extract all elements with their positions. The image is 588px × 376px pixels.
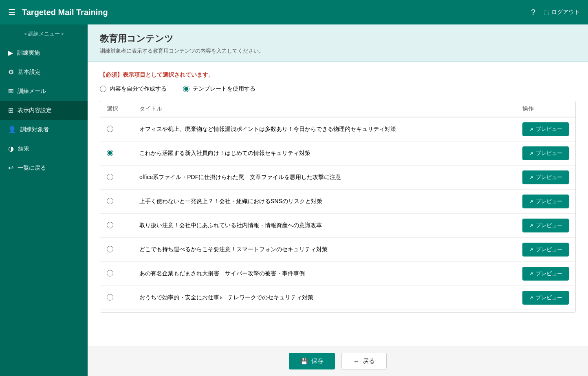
people-icon: 👤: [8, 126, 16, 133]
save-button[interactable]: 💾 保存: [289, 353, 335, 369]
row-radio-3[interactable]: [107, 174, 113, 180]
row-title: 最新！これを抑えれば何とかなる！情報セキュリティ10大脅威2023（組織編）: [133, 310, 516, 313]
logout-icon: ⬚: [544, 9, 549, 15]
sidebar-item-results[interactable]: ◑ 結果: [0, 139, 88, 158]
external-link-icon: ↗: [529, 150, 533, 157]
required-notice: 【必須】表示項目として選択されています。: [100, 71, 576, 79]
mail-icon: ✉: [8, 87, 13, 95]
content-table: 選択 タイトル 操作 オフィスや机上、廃棄物など情報漏洩ポイントは多数あり！今日…: [100, 101, 575, 313]
external-link-icon: ↗: [529, 247, 533, 253]
preview-button-4[interactable]: ↗プレビュー: [522, 195, 569, 208]
play-icon: ▶: [8, 49, 13, 57]
preview-button-8[interactable]: ↗プレビュー: [522, 291, 569, 305]
row-radio-2[interactable]: [107, 150, 113, 156]
logout-label: ログアウト: [551, 9, 580, 16]
header: ☰ Targeted Mail Training ? ⬚ ログアウト: [0, 0, 588, 24]
row-title: おうちで効率的・安全にお仕事♪ テレワークでのセキュリティ対策: [133, 286, 516, 310]
back-button[interactable]: ← 戻る: [341, 353, 387, 369]
display-icon: ⊞: [8, 106, 13, 114]
sidebar-item-training-label: 訓練実施: [17, 49, 40, 57]
table-row: あの有名企業もだまされ大損害 サイバー攻撃の被害・事件事例↗プレビュー: [100, 262, 575, 286]
col-header-action: 操作: [516, 101, 575, 117]
col-header-title: タイトル: [133, 101, 516, 117]
sidebar-item-settings[interactable]: ⚙ 基本設定: [0, 62, 88, 82]
sidebar-menu-label: ＜訓練メニュー＞: [0, 24, 88, 43]
table-row: オフィスや机上、廃棄物など情報漏洩ポイントは多数あり！今日からできる物理的セキュ…: [100, 117, 575, 142]
row-title: これから活躍する新入社員向け！はじめての情報セキュリティ対策: [133, 142, 516, 166]
external-link-icon: ↗: [529, 223, 533, 229]
row-title: どこでも持ち運べるからこそ要注意！スマートフォンのセキュリティ対策: [133, 238, 516, 262]
row-radio-5[interactable]: [107, 222, 113, 228]
radio-template-label: テンプレートを使用する: [193, 85, 255, 93]
row-title: あの有名企業もだまされ大損害 サイバー攻撃の被害・事件事例: [133, 262, 516, 286]
radio-custom[interactable]: [100, 86, 106, 92]
sidebar-item-back[interactable]: ↩ 一覧に戻る: [0, 158, 88, 177]
radio-template[interactable]: [183, 86, 189, 92]
table-row: 最新！これを抑えれば何とかなる！情報セキュリティ10大脅威2023（組織編）↗プ…: [100, 310, 575, 313]
preview-button-3[interactable]: ↗プレビュー: [522, 170, 569, 184]
content-area: 【必須】表示項目として選択されています。 内容を自分で作成する テンプレートを使…: [88, 62, 588, 346]
col-header-select: 選択: [100, 101, 133, 117]
row-radio-1[interactable]: [107, 126, 113, 132]
table-row: これから活躍する新入社員向け！はじめての情報セキュリティ対策↗プレビュー: [100, 142, 575, 166]
preview-button-1[interactable]: ↗プレビュー: [522, 122, 569, 136]
footer: 💾 保存 ← 戻る: [88, 346, 588, 376]
page-title: 教育用コンテンツ: [100, 33, 576, 45]
sidebar-item-back-label: 一覧に戻る: [18, 164, 46, 172]
sidebar-item-targets[interactable]: 👤 訓練対象者: [0, 120, 88, 139]
row-title: 上手く使わないと一発炎上？！会社・組織におけるSNSのリスクと対策: [133, 190, 516, 214]
main: 教育用コンテンツ 訓練対象者に表示する教育用コンテンツの内容を入力してください。…: [88, 24, 588, 376]
chart-icon: ◑: [8, 145, 14, 153]
external-link-icon: ↗: [529, 295, 533, 301]
content-table-wrapper: 選択 タイトル 操作 オフィスや机上、廃棄物など情報漏洩ポイントは多数あり！今日…: [100, 101, 576, 313]
sidebar-item-display-label: 表示内容設定: [18, 107, 52, 114]
sidebar: ＜訓練メニュー＞ ▶ 訓練実施 ⚙ 基本設定 ✉ 訓練メール ⊞ 表示内容設定 …: [0, 24, 88, 376]
app-title: Targeted Mail Training: [22, 8, 531, 17]
back-arrow-icon: ←: [353, 358, 359, 365]
row-radio-4[interactable]: [107, 198, 113, 204]
preview-button-2[interactable]: ↗プレビュー: [522, 146, 569, 160]
page-header: 教育用コンテンツ 訓練対象者に表示する教育用コンテンツの内容を入力してください。: [88, 24, 588, 62]
sidebar-item-mail[interactable]: ✉ 訓練メール: [0, 82, 88, 101]
sidebar-item-settings-label: 基本設定: [18, 69, 41, 76]
table-row: 取り扱い注意！会社中にあふれている社内情報・情報資産への意識改革↗プレビュー: [100, 214, 575, 238]
radio-custom-label: 内容を自分で作成する: [110, 85, 167, 93]
back-label: 戻る: [363, 357, 375, 365]
row-title: office系ファイル・PDFに仕掛けられた罠 文章ファイルを悪用した攻撃に注意: [133, 166, 516, 190]
row-title: 取り扱い注意！会社中にあふれている社内情報・情報資産への意識改革: [133, 214, 516, 238]
back-icon: ↩: [8, 164, 13, 172]
preview-button-6[interactable]: ↗プレビュー: [522, 243, 569, 257]
sidebar-item-training[interactable]: ▶ 訓練実施: [0, 43, 88, 62]
row-radio-7[interactable]: [107, 270, 113, 276]
external-link-icon: ↗: [529, 271, 533, 277]
external-link-icon: ↗: [529, 175, 533, 181]
save-icon: 💾: [300, 358, 308, 365]
sidebar-item-display[interactable]: ⊞ 表示内容設定: [0, 101, 88, 120]
radio-option-template[interactable]: テンプレートを使用する: [183, 85, 255, 93]
menu-icon[interactable]: ☰: [8, 7, 15, 17]
table-row: 上手く使わないと一発炎上？！会社・組織におけるSNSのリスクと対策↗プレビュー: [100, 190, 575, 214]
row-title: オフィスや机上、廃棄物など情報漏洩ポイントは多数あり！今日からできる物理的セキュ…: [133, 117, 516, 142]
radio-option-custom[interactable]: 内容を自分で作成する: [100, 85, 167, 93]
row-radio-6[interactable]: [107, 246, 113, 252]
help-icon[interactable]: ?: [531, 8, 535, 17]
logout-button[interactable]: ⬚ ログアウト: [544, 9, 580, 16]
layout: ＜訓練メニュー＞ ▶ 訓練実施 ⚙ 基本設定 ✉ 訓練メール ⊞ 表示内容設定 …: [0, 24, 588, 376]
gear-icon: ⚙: [8, 68, 14, 76]
header-actions: ? ⬚ ログアウト: [531, 8, 580, 17]
save-label: 保存: [311, 357, 324, 365]
radio-options: 内容を自分で作成する テンプレートを使用する: [100, 85, 576, 93]
preview-button-5[interactable]: ↗プレビュー: [522, 219, 569, 232]
external-link-icon: ↗: [529, 199, 533, 205]
table-row: おうちで効率的・安全にお仕事♪ テレワークでのセキュリティ対策↗プレビュー: [100, 286, 575, 310]
external-link-icon: ↗: [529, 126, 533, 133]
table-row: どこでも持ち運べるからこそ要注意！スマートフォンのセキュリティ対策↗プレビュー: [100, 238, 575, 262]
row-radio-8[interactable]: [107, 294, 113, 301]
table-row: office系ファイル・PDFに仕掛けられた罠 文章ファイルを悪用した攻撃に注意…: [100, 166, 575, 190]
sidebar-item-targets-label: 訓練対象者: [20, 126, 49, 133]
preview-button-7[interactable]: ↗プレビュー: [522, 267, 569, 281]
page-subtitle: 訓練対象者に表示する教育用コンテンツの内容を入力してください。: [100, 47, 576, 55]
sidebar-item-mail-label: 訓練メール: [18, 88, 46, 95]
sidebar-item-results-label: 結果: [18, 145, 29, 153]
